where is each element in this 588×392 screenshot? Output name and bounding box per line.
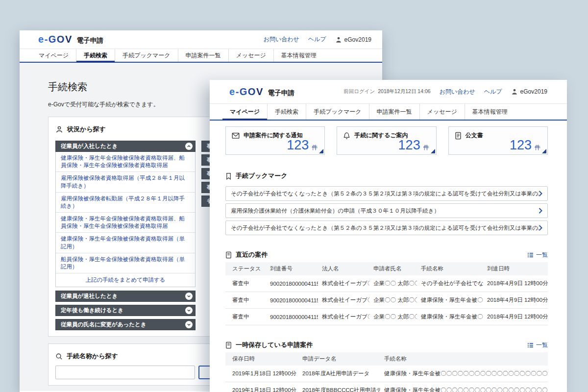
table-header-row: 保存日時 申請データ名 手続名称 — [225, 352, 548, 366]
table-row: 2019年1月18日 12時00分 2018年度BBBCCCC社用申請データ 健… — [225, 382, 548, 392]
situation-column-1: 従業員が入社したとき 健康保険・厚生年金保険被保険者資格取得届、船員保険・厚生年… — [55, 141, 196, 330]
bookmark-item[interactable]: その子会社が子会社でなくなったとき（第５２条の３５第２項又は第３項の規定による認… — [225, 186, 548, 201]
egov-logo-mark: e-GOV — [38, 34, 73, 45]
draft-cases-table: 保存日時 申請データ名 手続名称 2019年1月18日 12時00分 2018年… — [225, 352, 548, 392]
nav-tab-message[interactable]: メッセージ — [419, 104, 465, 120]
nav-tab-mypage[interactable]: マイページ — [31, 49, 76, 62]
nav-tab-procedure-search[interactable]: 手続検索 — [267, 104, 306, 120]
col-saved-datetime: 保存日時 — [225, 352, 298, 366]
last-login: 前回ログイン2018年12月12日 14:06 — [343, 88, 430, 95]
col-procedure-name: 手続名称 — [380, 352, 548, 366]
draft-section-title: 一時保存している申請案件 — [236, 341, 313, 349]
chevron-down-icon — [185, 307, 193, 314]
desktop-canvas: e-GOV 電子申請 お問い合わせ ヘルプ eGov2019 マイページ 手続検… — [0, 0, 588, 392]
recent-cases-table: ステータス 到達番号 法人名 申請者氏名 手続名称 到達日時 審査中 90020… — [225, 262, 548, 325]
service-name: 電子申請 — [77, 36, 103, 45]
user-icon — [511, 88, 518, 95]
bookmark-item[interactable]: 雇用保険介護休業給付（介護休業給付金）の申請（平成３０年１０月以降手続き） — [225, 203, 548, 218]
nav-tab-message[interactable]: メッセージ — [228, 49, 273, 62]
nav-tab-bookmark[interactable]: 手続ブックマーク — [306, 104, 368, 120]
accordion-left-company[interactable]: 従業員が退社したとき — [55, 291, 196, 302]
chevron-down-icon — [185, 293, 193, 300]
procedure-link[interactable]: 雇用保険被保険者転勤届（平成２８年１月以降手続き） — [56, 193, 195, 213]
accordion-working-after-retirement[interactable]: 定年後も働き続けるとき — [55, 305, 196, 316]
user-icon — [335, 36, 342, 43]
application-data-link[interactable]: 2018年度BBBCCCC社用申請データ — [298, 382, 380, 392]
bookmark-icon — [225, 172, 232, 180]
card-application-notices[interactable]: 申請案件に関する通知 123 件 — [225, 126, 325, 155]
user-id: eGov2019 — [520, 88, 547, 95]
col-arrival-datetime: 到達日時 — [483, 262, 548, 275]
list-icon — [527, 252, 534, 258]
accordion-joined-company[interactable]: 従業員が入社したとき — [55, 141, 196, 152]
document-icon — [225, 251, 232, 259]
draft-list-link[interactable]: 一覧 — [527, 341, 548, 349]
nav-tab-cases[interactable]: 申請案件一覧 — [369, 104, 419, 120]
table-row: 審査中 9002018000004115 株式会社イーガブ〇〇〇〇 企業〇〇 太… — [225, 309, 548, 325]
arrival-number-link[interactable]: 9002018000004115 — [266, 292, 318, 309]
contact-link[interactable]: お問い合わせ — [264, 35, 299, 44]
procedure-link[interactable]: 船員保険・厚生年金保険被保険者資格取得届（単記用） — [56, 253, 195, 273]
service-name: 電子申請 — [268, 89, 294, 98]
col-status: ステータス — [225, 262, 266, 275]
help-link[interactable]: ヘルプ — [484, 88, 502, 96]
nav-tab-bookmark[interactable]: 手続ブックマーク — [115, 49, 177, 62]
chevron-right-icon — [539, 208, 542, 214]
app-header: e-GOV 電子申請 お問い合わせ ヘルプ eGov2019 — [20, 30, 382, 49]
apply-all-link[interactable]: 上記の手続をまとめて申請する — [56, 273, 195, 287]
document-icon — [225, 342, 232, 349]
chevron-up-icon — [185, 143, 193, 150]
person-icon — [55, 125, 63, 133]
help-link[interactable]: ヘルプ — [308, 35, 326, 44]
bookmark-section-title: 手続ブックマーク — [236, 172, 288, 180]
col-arrival-number: 到達番号 — [266, 262, 318, 275]
nav-tab-procedure-search[interactable]: 手続検索 — [76, 49, 115, 62]
procedure-link[interactable]: 健康保険・厚生年金保険被保険者資格取得届、船員保険・厚生年金保険被保険者資格取得… — [56, 213, 195, 233]
notification-cards: 申請案件に関する通知 123 件 手続に関するご案内 — [225, 126, 548, 155]
nav-tab-basic-info[interactable]: 基本情報管理 — [465, 104, 515, 120]
card-unit: 件 — [423, 144, 429, 152]
nav-tab-cases[interactable]: 申請案件一覧 — [178, 49, 228, 62]
recent-list-link[interactable]: 一覧 — [527, 251, 548, 259]
mypage-window: e-GOV 電子申請 前回ログイン2018年12月12日 14:06 お問い合わ… — [210, 80, 567, 392]
bell-icon — [343, 132, 350, 140]
nav-tab-mypage[interactable]: マイページ — [222, 104, 267, 120]
user-menu[interactable]: eGov2019 — [511, 88, 547, 95]
arrival-number-link[interactable]: 9002018000004115 — [266, 309, 318, 325]
situation-title: 状況から探す — [67, 125, 106, 134]
card-procedure-guidance[interactable]: 手続に関するご案内 123 件 — [337, 126, 436, 155]
arrival-number-link[interactable]: 9002018000004115 — [266, 275, 318, 292]
col-application-data-name: 申請データ名 — [298, 352, 380, 366]
card-label: 公文書 — [466, 131, 483, 140]
document-icon — [455, 132, 462, 140]
application-data-link[interactable]: 2018年度A社用申請データ — [298, 366, 380, 382]
status-value: 審査中 — [225, 275, 266, 292]
contact-link[interactable]: お問い合わせ — [440, 88, 475, 96]
table-header-row: ステータス 到達番号 法人名 申請者氏名 手続名称 到達日時 — [225, 262, 548, 275]
main-nav: マイページ 手続検索 手続ブックマーク 申請案件一覧 メッセージ 基本情報管理 — [210, 104, 567, 121]
nav-tab-basic-info[interactable]: 基本情報管理 — [273, 49, 324, 62]
card-unit: 件 — [312, 144, 318, 152]
egov-logo-mark: e-GOV — [229, 86, 264, 98]
table-row: 2019年1月18日 12時00分 2018年度A社用申請データ 健康保険・厚生… — [225, 366, 548, 382]
accordion-name-change[interactable]: 従業員の氏名に変更があったとき — [55, 319, 196, 330]
egov-logo: e-GOV 電子申請 — [229, 86, 294, 98]
table-row: 審査中 9002018000004115 株式会社イーガブ〇〇〇〇 企業〇〇 太… — [225, 275, 548, 292]
bookmark-item[interactable]: その子会社が子会社でなくなったとき（第５２条の３５第２項又は第３項の規定による認… — [225, 220, 548, 235]
procedure-link-list: 健康保険・厚生年金保険被保険者資格取得届、船員保険・厚生年金保険被保険者資格取得… — [55, 152, 196, 287]
search-icon — [55, 353, 63, 360]
procedure-link[interactable]: 雇用保険被保険者資格取得届（平成２８年１月以降手続き） — [56, 172, 195, 192]
list-icon — [527, 343, 534, 348]
user-menu[interactable]: eGov2019 — [335, 36, 371, 43]
card-count: 123 — [287, 138, 309, 153]
mypage-content: 申請案件に関する通知 123 件 手続に関するご案内 — [210, 121, 567, 392]
procedure-link[interactable]: 健康保険・厚生年金保険被保険者資格取得届（単記用） — [56, 233, 195, 253]
procedure-link[interactable]: 健康保険・厚生年金保険被保険者資格取得届、船員保険・厚生年金保険被保険者資格取得… — [56, 152, 195, 172]
card-official-documents[interactable]: 公文書 123 件 — [448, 126, 548, 155]
col-corporate-name: 法人名 — [318, 262, 369, 275]
col-applicant-name: 申請者氏名 — [369, 262, 417, 275]
status-value: 審査中 — [225, 309, 266, 325]
card-count: 123 — [510, 138, 532, 153]
procedure-name-input[interactable] — [55, 366, 195, 379]
card-unit: 件 — [535, 144, 540, 152]
